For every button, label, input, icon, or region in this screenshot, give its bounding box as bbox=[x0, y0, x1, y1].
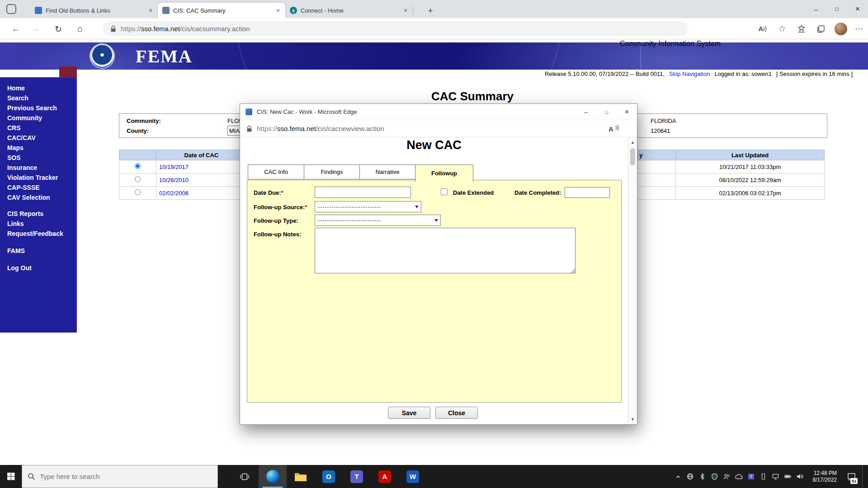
security-shield-icon[interactable] bbox=[711, 473, 719, 481]
browser-tab-1[interactable]: Find Old Buttons & Links × bbox=[30, 3, 158, 18]
taskbar-acrobat-button[interactable]: A bbox=[371, 465, 399, 488]
row-radio-button[interactable] bbox=[135, 163, 141, 169]
network-icon[interactable] bbox=[686, 473, 694, 481]
date-extended-label: Date Extended bbox=[453, 189, 494, 196]
close-button[interactable]: Close bbox=[435, 407, 478, 419]
popup-title-bar[interactable]: CIS: New Cac - Work - Microsoft Edge – □… bbox=[240, 104, 637, 120]
popup-minimize-button[interactable]: – bbox=[576, 104, 596, 120]
browser-tab-2-active[interactable]: CIS: CAC Summary × bbox=[158, 3, 285, 18]
display-icon[interactable] bbox=[772, 473, 780, 481]
date-extended-checkbox[interactable] bbox=[441, 188, 448, 195]
tab-actions-icon[interactable] bbox=[6, 4, 16, 14]
tab-findings[interactable]: Findings bbox=[304, 164, 360, 179]
date-completed-input[interactable] bbox=[565, 187, 610, 198]
tab-close-icon[interactable]: × bbox=[146, 6, 155, 15]
scrollbar-thumb[interactable] bbox=[630, 148, 635, 165]
read-aloud-icon[interactable]: A bbox=[609, 124, 619, 133]
last-updated-value: 02/13/2006 03:02:17pm bbox=[676, 187, 825, 200]
popup-maximize-button[interactable]: □ bbox=[596, 104, 617, 120]
sidebar-item-home[interactable]: Home bbox=[7, 83, 77, 93]
sidebar-item-fams[interactable]: FAMS bbox=[7, 246, 77, 256]
home-button[interactable]: ⌂ bbox=[72, 21, 88, 37]
dropdown-arrow-icon bbox=[434, 219, 438, 222]
followup-source-select[interactable]: ---------------------------- bbox=[315, 201, 421, 212]
volume-icon[interactable] bbox=[796, 473, 804, 481]
browser-tab-bar: Find Old Buttons & Links × CIS: CAC Summ… bbox=[0, 0, 868, 18]
tab-cac-info[interactable]: CAC Info bbox=[248, 164, 304, 179]
nav-right-icons: A ☆ ⋯ bbox=[757, 18, 863, 39]
read-aloud-icon[interactable]: A bbox=[757, 23, 769, 35]
taskbar-word-button[interactable]: W bbox=[399, 465, 427, 488]
cac-date-link[interactable]: 10/19/2017 bbox=[156, 164, 189, 170]
window-close-button[interactable]: × bbox=[847, 0, 868, 18]
forward-button[interactable]: → bbox=[28, 21, 43, 37]
sidebar-item-request-feedback[interactable]: Request/Feedback bbox=[7, 229, 77, 239]
date-due-input[interactable] bbox=[315, 187, 411, 198]
tab-followup-active[interactable]: Followup bbox=[415, 164, 473, 182]
favorites-hub-icon[interactable] bbox=[796, 23, 807, 35]
tab-close-icon[interactable]: × bbox=[274, 6, 283, 15]
sidebar-item-maps[interactable]: Maps bbox=[7, 143, 77, 153]
back-button[interactable]: ← bbox=[8, 21, 24, 37]
sidebar-item-cis-reports[interactable]: CIS Reports bbox=[7, 209, 77, 219]
cac-date-link[interactable]: 02/02/2006 bbox=[156, 190, 189, 197]
window-minimize-button[interactable]: – bbox=[806, 0, 826, 18]
action-center-button[interactable]: 51 bbox=[844, 465, 858, 488]
popup-scrollbar[interactable]: ▲ ▼ bbox=[628, 137, 637, 424]
phone-link-icon[interactable] bbox=[760, 473, 768, 481]
scroll-up-arrow-icon[interactable]: ▲ bbox=[628, 138, 637, 146]
taskbar-search-box[interactable] bbox=[22, 465, 218, 488]
new-tab-button[interactable]: + bbox=[424, 5, 437, 17]
popup-close-button[interactable]: × bbox=[617, 104, 637, 120]
teams-tray-icon[interactable]: T bbox=[747, 473, 755, 481]
sidebar-item-cap-ssse[interactable]: CAP-SSSE bbox=[7, 183, 77, 192]
sidebar-item-search[interactable]: Search bbox=[7, 93, 77, 103]
refresh-button[interactable]: ↻ bbox=[51, 21, 66, 37]
settings-more-icon[interactable]: ⋯ bbox=[855, 24, 863, 34]
tab-narrative[interactable]: Narrative bbox=[359, 164, 415, 179]
sidebar-item-links[interactable]: Links bbox=[7, 219, 77, 229]
start-button[interactable] bbox=[0, 465, 22, 488]
battery-icon[interactable] bbox=[784, 473, 792, 481]
sidebar-item-previous-search[interactable]: Previous Search bbox=[7, 103, 77, 113]
taskbar-search-input[interactable] bbox=[40, 473, 203, 480]
last-updated-value: 10/21/2017 11:03:33pm bbox=[676, 160, 825, 174]
sidebar-item-insurance[interactable]: Insurance bbox=[7, 163, 77, 173]
taskbar-edge-button[interactable] bbox=[259, 465, 287, 488]
taskbar-file-explorer-button[interactable] bbox=[287, 465, 315, 488]
taskbar-outlook-button[interactable]: O bbox=[315, 465, 343, 488]
sidebar-item-crs[interactable]: CRS bbox=[7, 123, 77, 133]
hidden-icons-chevron-icon[interactable] bbox=[674, 473, 682, 481]
followup-notes-textarea[interactable] bbox=[315, 228, 576, 273]
task-view-button[interactable] bbox=[231, 465, 259, 488]
browser-tab-3[interactable]: s Connect - Home × bbox=[285, 3, 413, 18]
profile-avatar[interactable] bbox=[835, 23, 847, 35]
show-desktop-button[interactable] bbox=[862, 465, 864, 488]
cac-date-link[interactable]: 10/26/2010 bbox=[156, 177, 189, 183]
bluetooth-icon[interactable] bbox=[698, 473, 707, 481]
row-radio-button[interactable] bbox=[135, 189, 141, 195]
add-favorite-star-icon[interactable]: ☆ bbox=[776, 23, 788, 35]
taskbar-teams-button[interactable]: T bbox=[343, 465, 371, 488]
people-icon[interactable] bbox=[723, 473, 731, 481]
row-radio-button[interactable] bbox=[135, 176, 141, 182]
sidebar-item-log-out[interactable]: Log Out bbox=[7, 263, 77, 273]
scroll-down-arrow-icon[interactable]: ▼ bbox=[628, 415, 637, 423]
window-maximize-button[interactable]: □ bbox=[826, 0, 847, 18]
sidebar-item-sos[interactable]: SOS bbox=[7, 153, 77, 163]
skip-navigation-link[interactable]: Skip Navigation bbox=[669, 70, 710, 77]
tab-close-icon[interactable]: × bbox=[401, 6, 410, 15]
sidebar-item-violation-tracker[interactable]: Violation Tracker bbox=[7, 173, 77, 183]
address-bar[interactable]: https://sso.fema.net/cis/cacsummary.acti… bbox=[103, 21, 688, 36]
lock-icon bbox=[246, 125, 252, 132]
collections-icon[interactable] bbox=[815, 23, 827, 35]
taskbar-clock[interactable]: 12:48 PM 8/17/2022 bbox=[813, 470, 837, 483]
sidebar-item-cac-cav[interactable]: CAC/CAV bbox=[7, 133, 77, 143]
sidebar-item-community[interactable]: Community bbox=[7, 113, 77, 123]
onedrive-icon[interactable] bbox=[735, 473, 743, 481]
sidebar-item-cav-selection[interactable]: CAV Selection bbox=[7, 192, 77, 202]
save-button[interactable]: Save bbox=[388, 407, 430, 419]
followup-type-select[interactable]: ---------------------------- bbox=[315, 215, 441, 226]
popup-favicon-icon bbox=[245, 108, 252, 115]
date-due-label: Date Due:* bbox=[254, 189, 283, 196]
